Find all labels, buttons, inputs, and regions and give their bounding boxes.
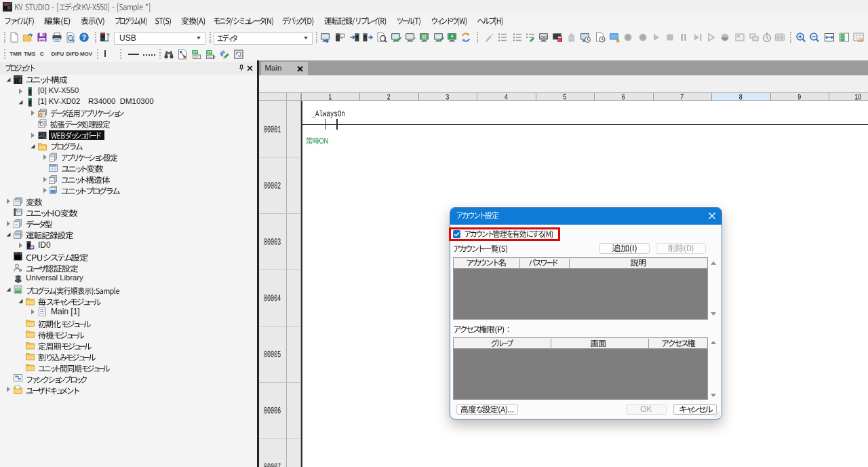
svg-text:ST: ST [193,50,198,54]
svg-text:16: 16 [858,38,863,43]
svg-text:ST: ST [207,50,212,54]
svg-text:?: ? [81,33,85,41]
svg-text:2:8: 2:8 [776,35,783,40]
